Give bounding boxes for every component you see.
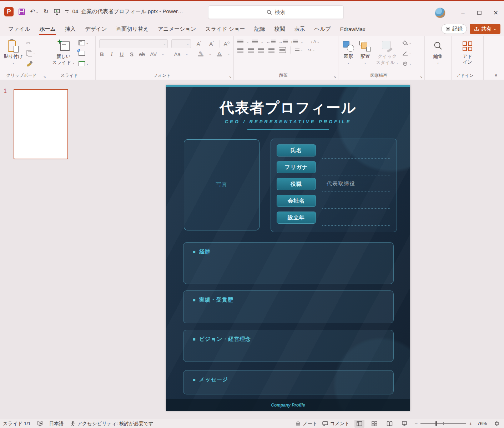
chevron-down-icon[interactable]: ⌄	[261, 40, 264, 44]
fit-slide-button[interactable]	[492, 420, 502, 428]
slideshow-view-button[interactable]	[399, 420, 409, 428]
tab-home[interactable]: ホーム	[35, 23, 60, 35]
share-button[interactable]: 共有 ⌄	[470, 24, 500, 34]
tab-help[interactable]: ヘルプ	[310, 23, 336, 35]
photo-placeholder[interactable]: 写真	[184, 139, 259, 230]
shape-effects-button[interactable]: ⌄	[402, 60, 412, 67]
addins-button[interactable]: アド イン	[460, 38, 475, 66]
section-message[interactable]: ■メッセージ	[183, 370, 394, 394]
zoom-slider[interactable]	[420, 423, 466, 424]
tab-file[interactable]: ファイル	[4, 23, 35, 35]
chevron-down-icon[interactable]: ⌄	[162, 52, 165, 56]
chevron-down-icon[interactable]: ⌄	[246, 40, 249, 44]
justify-icon[interactable]	[268, 48, 274, 53]
dialog-launcher-icon[interactable]: ↘	[420, 75, 423, 79]
profile-fields-panel[interactable]: 氏名 フリガナ 役職 代表取締役 会社名	[271, 139, 397, 232]
line-spacing-button[interactable]: ↕	[291, 39, 298, 44]
slide-thumbnail[interactable]: 代表者プロフィール CEO / REPRESENTATIVE PROFILE 写…	[14, 89, 68, 159]
shape-fill-button[interactable]: ⌄	[402, 39, 412, 46]
align-text-button[interactable]: ⌄	[295, 48, 303, 52]
align-center-icon[interactable]	[248, 48, 254, 53]
copy-button[interactable]: ⌄	[26, 50, 36, 57]
font-name-combo[interactable]: ⌄	[99, 39, 168, 48]
highlight-color-button[interactable]: ✎	[198, 51, 204, 56]
zoom-slider-thumb[interactable]	[435, 421, 437, 426]
chevron-down-icon[interactable]: ⌄	[36, 10, 39, 14]
arrange-button[interactable]: 配置 ⌄	[357, 38, 373, 66]
paste-button[interactable]: 貼り付け ⌄	[1, 38, 25, 66]
quick-styles-button[interactable]: クイック スタイル⌄	[373, 38, 401, 66]
chevron-down-icon[interactable]: ⌄	[209, 52, 212, 56]
spell-check-button[interactable]	[37, 421, 43, 426]
format-painter-icon[interactable]	[26, 61, 32, 66]
chevron-down-icon[interactable]: ⌄	[301, 40, 303, 44]
close-button[interactable]: ×	[488, 6, 504, 20]
chevron-down-icon[interactable]: ⌄	[186, 52, 188, 56]
field-label-furigana[interactable]: フリガナ	[277, 161, 316, 173]
decrease-indent-button[interactable]: ←	[266, 39, 276, 44]
notes-button[interactable]: ノート	[295, 420, 317, 427]
zoom-level[interactable]: 76%	[477, 421, 487, 426]
language-indicator[interactable]: 日本語	[49, 420, 64, 427]
search-box[interactable]: 検索	[208, 5, 344, 19]
save-button[interactable]	[19, 9, 25, 15]
character-spacing-button[interactable]: AV	[150, 51, 157, 57]
undo-button[interactable]: ↶ ⌄	[30, 8, 39, 15]
tab-transitions[interactable]: 画面切り替え	[112, 23, 153, 35]
text-direction-button[interactable]: ↓A⌄	[311, 39, 320, 44]
tab-record[interactable]: 記録	[250, 23, 270, 35]
field-label-company[interactable]: 会社名	[277, 195, 316, 207]
bullets-icon[interactable]	[237, 40, 243, 44]
increase-indent-button[interactable]: →	[278, 39, 288, 44]
section-vision[interactable]: ■ビジョン・経営理念	[183, 330, 394, 362]
field-label-title[interactable]: 役職	[277, 178, 316, 190]
shrink-font-button[interactable]: Aˇ	[207, 41, 216, 47]
tab-review[interactable]: 校閲	[270, 23, 290, 35]
dialog-launcher-icon[interactable]: ↘	[43, 75, 46, 79]
field-value-title[interactable]: 代表取締役	[327, 180, 355, 187]
font-size-combo[interactable]: ⌄	[171, 39, 191, 48]
new-slide-button[interactable]: + 新しい スライド⌄	[50, 38, 77, 66]
section-button[interactable]: ⌄	[79, 60, 89, 67]
columns-button[interactable]	[279, 47, 286, 53]
powerpoint-icon[interactable]: P	[4, 7, 14, 16]
normal-view-button[interactable]	[354, 420, 364, 428]
align-left-icon[interactable]	[237, 48, 243, 53]
redo-button[interactable]: ↻	[44, 8, 49, 15]
bold-button[interactable]: B	[99, 51, 105, 57]
chevron-down-icon[interactable]: ⌄	[227, 52, 230, 56]
slide-sorter-view-button[interactable]	[369, 420, 379, 428]
tab-animations[interactable]: アニメーション	[153, 23, 201, 35]
convert-smartart-button[interactable]: ↪⌄	[308, 48, 315, 53]
accessibility-checker[interactable]: アクセシビリティ: 検討が必要です	[70, 420, 153, 427]
font-color-button[interactable]: A	[216, 51, 222, 56]
zoom-in-button[interactable]: +	[469, 420, 472, 427]
start-slideshow-button[interactable]	[54, 9, 60, 15]
tab-view[interactable]: 表示	[290, 23, 310, 35]
tab-insert[interactable]: 挿入	[60, 23, 80, 35]
italic-button[interactable]: I	[109, 51, 115, 57]
slide-subtitle[interactable]: CEO / REPRESENTATIVE PROFILE	[166, 119, 410, 124]
zoom-out-button[interactable]: −	[414, 420, 418, 427]
maximize-button[interactable]	[471, 6, 488, 20]
align-right-icon[interactable]	[258, 48, 264, 53]
underline-button[interactable]: U	[119, 51, 124, 57]
slide-canvas[interactable]: 代表者プロフィール CEO / REPRESENTATIVE PROFILE 写…	[166, 85, 410, 411]
tab-edrawmax[interactable]: EdrawMax	[336, 24, 370, 35]
section-achievements[interactable]: ■実績・受賞歴	[183, 290, 394, 323]
editing-button[interactable]: 編集 ⌄	[431, 38, 445, 66]
avatar[interactable]	[435, 8, 445, 18]
dialog-launcher-icon[interactable]: ↘	[333, 75, 336, 79]
strikethrough-button[interactable]: ab	[139, 51, 145, 57]
field-label-founded[interactable]: 設立年	[277, 211, 316, 224]
layout-button[interactable]: ⌄	[79, 39, 89, 46]
numbering-icon[interactable]	[252, 40, 258, 44]
collapse-ribbon-button[interactable]: ∧	[494, 73, 498, 78]
grow-font-button[interactable]: Aˆ	[195, 41, 203, 47]
cut-icon[interactable]: ✂	[26, 40, 31, 46]
clear-formatting-button[interactable]: A◇	[223, 41, 230, 47]
text-shadow-button[interactable]: S	[129, 51, 134, 57]
reset-button[interactable]	[79, 50, 89, 57]
tab-slideshow[interactable]: スライド ショー	[201, 23, 250, 35]
shapes-button[interactable]: 図形 ⌄	[340, 38, 357, 66]
